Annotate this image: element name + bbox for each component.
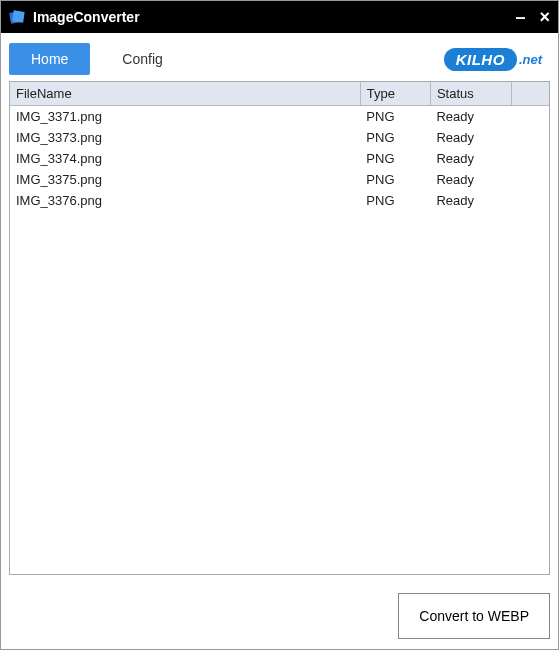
app-window: ImageConverter – × Home Config KILHO .ne… [0,0,559,650]
col-header-filename[interactable]: FileName [10,82,360,106]
cell-filename: IMG_3373.png [10,127,360,148]
close-button[interactable]: × [539,8,550,26]
cell-extra [511,169,549,190]
brand-logo: KILHO .net [444,46,542,72]
tabs: Home Config [9,43,185,75]
file-table-container: FileName Type Status IMG_3371.pngPNGRead… [9,81,550,575]
content-area: FileName Type Status IMG_3371.pngPNGRead… [1,81,558,583]
col-header-extra[interactable] [511,82,549,106]
cell-extra [511,127,549,148]
tab-home[interactable]: Home [9,43,90,75]
tab-config[interactable]: Config [100,43,184,75]
cell-status: Ready [430,127,511,148]
table-row[interactable]: IMG_3373.pngPNGReady [10,127,549,148]
cell-type: PNG [360,106,430,128]
titlebar: ImageConverter – × [1,1,558,33]
app-title: ImageConverter [33,9,515,25]
cell-type: PNG [360,148,430,169]
table-row[interactable]: IMG_3371.pngPNGReady [10,106,549,128]
cell-status: Ready [430,190,511,211]
col-header-status[interactable]: Status [430,82,511,106]
cell-status: Ready [430,169,511,190]
window-controls: – × [515,8,550,26]
cell-extra [511,148,549,169]
toolbar: Home Config KILHO .net [1,33,558,81]
cell-filename: IMG_3375.png [10,169,360,190]
cell-extra [511,190,549,211]
cell-filename: IMG_3374.png [10,148,360,169]
table-row[interactable]: IMG_3376.pngPNGReady [10,190,549,211]
cell-filename: IMG_3371.png [10,106,360,128]
cell-type: PNG [360,127,430,148]
cell-status: Ready [430,106,511,128]
cell-status: Ready [430,148,511,169]
file-table: FileName Type Status IMG_3371.pngPNGRead… [10,82,549,211]
col-header-type[interactable]: Type [360,82,430,106]
cell-extra [511,106,549,128]
table-row[interactable]: IMG_3374.pngPNGReady [10,148,549,169]
app-icon [9,9,25,25]
cell-type: PNG [360,190,430,211]
cell-filename: IMG_3376.png [10,190,360,211]
cell-type: PNG [360,169,430,190]
minimize-button[interactable]: – [515,8,525,26]
brand-logo-suffix: .net [511,52,542,67]
convert-button[interactable]: Convert to WEBP [398,593,550,639]
footer: Convert to WEBP [1,583,558,649]
svg-rect-1 [12,10,24,22]
brand-logo-text: KILHO [444,48,517,71]
table-row[interactable]: IMG_3375.pngPNGReady [10,169,549,190]
